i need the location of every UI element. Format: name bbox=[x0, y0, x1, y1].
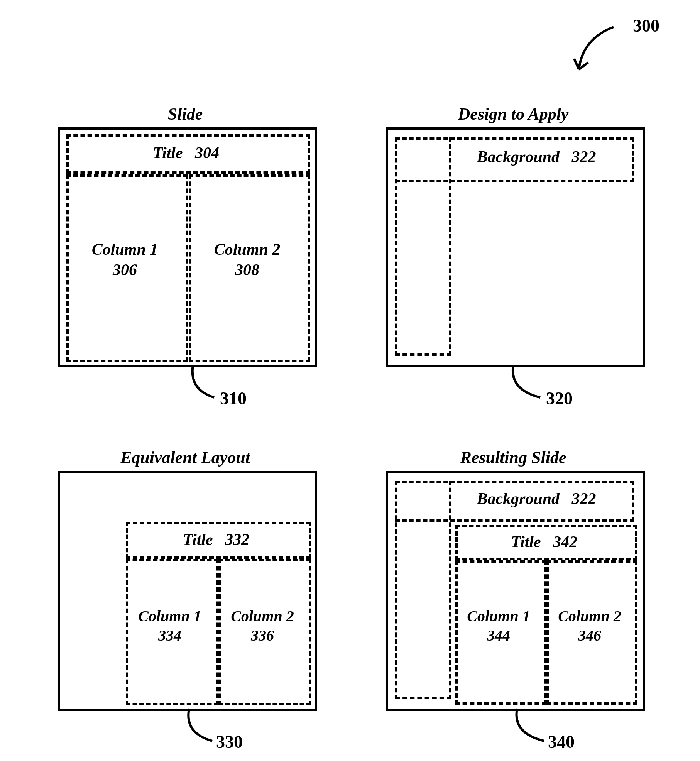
figure-ref: 300 bbox=[633, 15, 659, 36]
design-bg-left-strip bbox=[395, 137, 451, 356]
result-ref: 340 bbox=[548, 732, 575, 752]
slide-heading: Slide bbox=[58, 104, 313, 124]
result-bg-left-strip bbox=[395, 481, 451, 699]
slide-title-label: Title 304 bbox=[66, 143, 306, 163]
equiv-col2-label: Column 2 336 bbox=[218, 607, 306, 645]
equiv-heading: Equivalent Layout bbox=[58, 448, 313, 467]
design-ref: 320 bbox=[546, 388, 573, 409]
result-col2-label: Column 2 346 bbox=[546, 607, 633, 645]
slide-col2-label: Column 2 308 bbox=[189, 239, 306, 280]
equiv-title-label: Title 332 bbox=[126, 529, 306, 550]
design-heading: Design to Apply bbox=[386, 104, 641, 124]
equiv-ref: 330 bbox=[216, 732, 243, 752]
result-heading: Resulting Slide bbox=[386, 448, 641, 467]
slide-ref: 310 bbox=[220, 388, 247, 409]
result-title-label: Title 342 bbox=[455, 532, 633, 552]
equiv-col1-label: Column 1 334 bbox=[126, 607, 214, 645]
slide-col1-label: Column 1 306 bbox=[66, 239, 183, 280]
result-bg-label: Background 322 bbox=[440, 489, 633, 509]
diagram-canvas: 300 Slide Title 304 Column 1 306 Column … bbox=[0, 0, 700, 761]
result-col1-label: Column 1 344 bbox=[455, 607, 542, 645]
design-bg-label: Background 322 bbox=[440, 147, 633, 167]
